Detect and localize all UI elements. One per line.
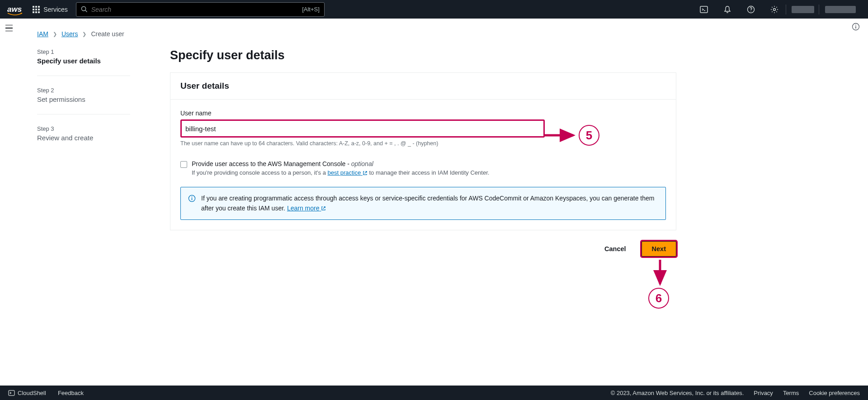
feedback-link[interactable]: Feedback (58, 390, 84, 396)
form-actions: Cancel Next (170, 241, 676, 257)
search-field[interactable]: [Alt+S] (76, 2, 325, 17)
footer-bar: CloudShell Feedback © 2023, Amazon Web S… (0, 386, 868, 400)
user-details-panel: User details User name The user name can… (170, 72, 676, 230)
step-number: Step 3 (37, 125, 130, 132)
username-input[interactable] (185, 125, 540, 133)
info-text: If you are creating programmatic access … (201, 194, 658, 213)
services-label: Services (43, 6, 68, 13)
external-link-icon (363, 171, 368, 176)
svg-rect-5 (38, 9, 40, 10)
breadcrumb-current: Create user (91, 30, 124, 38)
svg-point-14 (750, 10, 751, 11)
copyright-text: © 2023, Amazon Web Services, Inc. or its… (611, 390, 744, 396)
cloudshell-icon (8, 390, 15, 396)
svg-rect-8 (38, 11, 40, 13)
svg-rect-4 (35, 9, 37, 10)
console-access-checkbox[interactable] (180, 161, 187, 168)
username-field-wrapper (180, 119, 545, 138)
terms-link[interactable]: Terms (783, 390, 799, 396)
breadcrumb: IAM ❯ Users ❯ Create user (37, 19, 850, 38)
username-hint: The user name can have up to 64 characte… (180, 140, 666, 147)
grid-icon (33, 6, 40, 13)
username-label: User name (180, 110, 666, 117)
region-selector[interactable] (786, 0, 819, 19)
form-area: Specify user details User details User n… (170, 48, 676, 257)
info-icon (188, 195, 196, 202)
step-number: Step 1 (37, 48, 130, 55)
svg-rect-2 (38, 6, 40, 8)
console-access-checkbox-row: Provide user access to the AWS Managemen… (180, 160, 666, 176)
step-1[interactable]: Step 1 Specify user details (37, 48, 130, 76)
svg-rect-7 (35, 11, 37, 13)
settings-button[interactable] (762, 0, 786, 19)
search-shortcut-hint: [Alt+S] (302, 6, 320, 13)
external-link-icon (321, 206, 326, 211)
gear-icon (770, 5, 778, 14)
next-button[interactable]: Next (642, 241, 676, 257)
step-label: Specify user details (37, 57, 130, 65)
step-2: Step 2 Set permissions (37, 87, 130, 114)
step-label: Set permissions (37, 95, 130, 103)
svg-rect-6 (33, 11, 34, 13)
svg-rect-0 (33, 6, 34, 8)
help-button[interactable] (739, 0, 762, 19)
breadcrumb-iam[interactable]: IAM (37, 30, 48, 38)
chevron-right-icon: ❯ (53, 31, 57, 37)
svg-rect-3 (33, 9, 34, 10)
account-menu[interactable] (819, 0, 861, 19)
svg-point-15 (773, 8, 775, 10)
cloudshell-icon (700, 5, 708, 14)
svg-point-9 (81, 6, 85, 10)
learn-more-link[interactable]: Learn more (287, 205, 326, 212)
cloudshell-link[interactable]: CloudShell (8, 390, 46, 396)
page-title: Specify user details (170, 48, 676, 62)
wizard-steps: Step 1 Specify user details Step 2 Set p… (37, 48, 130, 257)
search-input[interactable] (91, 6, 302, 13)
bell-icon (723, 5, 731, 14)
top-navbar: aws Services [Alt+S] (0, 0, 868, 19)
step-number: Step 2 (37, 87, 130, 94)
notifications-button[interactable] (715, 0, 739, 19)
checkbox-label: Provide user access to the AWS Managemen… (192, 160, 489, 167)
search-icon (81, 6, 88, 13)
account-placeholder (825, 6, 856, 13)
chevron-right-icon: ❯ (82, 31, 86, 37)
step-label: Review and create (37, 134, 130, 142)
help-icon (747, 5, 755, 14)
region-placeholder (792, 6, 814, 13)
panel-header: User details (170, 73, 676, 100)
info-box: If you are creating programmatic access … (180, 187, 666, 220)
cloudshell-icon-button[interactable] (692, 0, 715, 19)
privacy-link[interactable]: Privacy (754, 390, 773, 396)
checkbox-description: If you're providing console access to a … (192, 169, 489, 176)
breadcrumb-users[interactable]: Users (61, 30, 78, 38)
aws-swoosh-icon (7, 12, 23, 16)
cookie-preferences-link[interactable]: Cookie preferences (809, 390, 860, 396)
step-3: Step 3 Review and create (37, 125, 130, 152)
cancel-button[interactable]: Cancel (595, 241, 635, 257)
best-practice-link[interactable]: best practice (328, 169, 368, 176)
main-content: IAM ❯ Users ❯ Create user Step 1 Specify… (0, 19, 868, 381)
svg-rect-1 (35, 6, 37, 8)
svg-point-20 (192, 196, 193, 197)
svg-line-10 (85, 10, 87, 12)
aws-logo[interactable]: aws (7, 5, 22, 14)
services-menu-button[interactable]: Services (33, 6, 68, 13)
